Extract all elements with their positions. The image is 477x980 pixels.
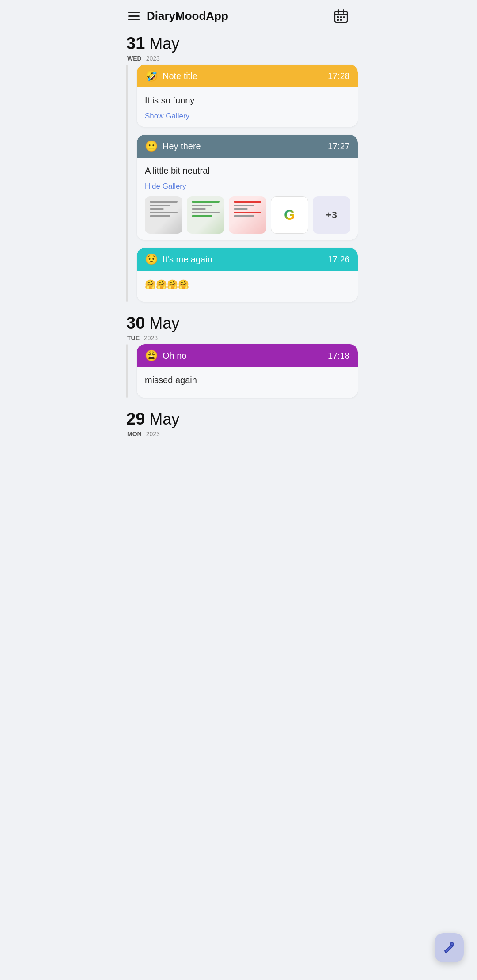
card-header-4: 😩 Oh no 17:18 xyxy=(137,344,358,367)
card-note-title[interactable]: 🤣 Note title 17:28 It is so funny Show G… xyxy=(137,65,358,127)
date-month-30: May xyxy=(149,314,179,333)
card-title-4: Oh no xyxy=(163,351,186,361)
gallery-grid-2: G +3 xyxy=(145,196,350,234)
card-body-1: It is so funny Show Gallery xyxy=(137,87,358,127)
card-time-1: 17:28 xyxy=(328,71,350,81)
card-time-2: 17:27 xyxy=(328,141,350,152)
card-body-2: A little bit neutral Hide Gallery xyxy=(137,158,358,240)
timeline-30: 😩 Oh no 17:18 missed again xyxy=(126,344,358,398)
date-month-29: May xyxy=(149,410,179,429)
card-title-1: Note title xyxy=(163,71,197,81)
hide-gallery-link-2[interactable]: Hide Gallery xyxy=(145,182,186,190)
card-header-3: 😟 It's me again 17:26 xyxy=(137,248,358,271)
gallery-thumb-2[interactable] xyxy=(187,196,224,234)
card-header-1: 🤣 Note title 17:28 xyxy=(137,65,358,87)
date-header-31: 31 May xyxy=(126,34,351,53)
app-header: DiaryMoodApp xyxy=(119,0,358,30)
card-header-left-4: 😩 Oh no xyxy=(145,350,186,361)
card-text-2: A little bit neutral xyxy=(145,166,350,176)
card-time-3: 17:26 xyxy=(328,254,350,265)
svg-rect-6 xyxy=(343,16,345,18)
gallery-thumb-google[interactable]: G xyxy=(271,196,308,234)
gallery-thumb-3[interactable] xyxy=(229,196,266,234)
date-day-30: 30 xyxy=(126,315,145,331)
svg-rect-5 xyxy=(340,16,342,18)
card-its-me-again[interactable]: 😟 It's me again 17:26 🤗🤗🤗🤗 xyxy=(137,248,358,302)
show-gallery-link-1[interactable]: Show Gallery xyxy=(145,112,189,120)
header-left: DiaryMoodApp xyxy=(128,9,228,23)
gallery-thumb-more[interactable]: +3 xyxy=(313,196,350,234)
card-body-3: 🤗🤗🤗🤗 xyxy=(137,271,358,302)
card-header-left-3: 😟 It's me again xyxy=(145,254,212,265)
date-sub-29: MON 2023 xyxy=(126,430,351,437)
date-day-31: 31 xyxy=(126,35,145,52)
card-emoji-1: 🤣 xyxy=(145,71,158,81)
date-year-29: 2023 xyxy=(146,430,160,437)
date-header-30: 30 May xyxy=(126,314,351,333)
card-title-3: It's me again xyxy=(163,254,212,265)
card-header-left-1: 🤣 Note title xyxy=(145,71,197,81)
card-emoji-2: 😐 xyxy=(145,141,158,152)
svg-rect-4 xyxy=(337,16,339,18)
menu-icon[interactable] xyxy=(128,12,140,20)
date-dow-30: TUE xyxy=(127,334,140,342)
date-sub-30: TUE 2023 xyxy=(126,334,351,342)
card-emoji-3: 😟 xyxy=(145,254,158,265)
gallery-more-count: +3 xyxy=(326,209,337,221)
card-header-left-2: 😐 Hey there xyxy=(145,141,201,152)
timeline-line xyxy=(126,65,128,302)
date-section-30: 30 May TUE 2023 xyxy=(119,310,358,344)
calendar-icon[interactable] xyxy=(333,8,349,24)
date-header-29: 29 May xyxy=(126,410,351,429)
card-body-4: missed again xyxy=(137,367,358,398)
date-dow-31: WED xyxy=(127,55,142,62)
card-text-1: It is so funny xyxy=(145,95,350,106)
app-title: DiaryMoodApp xyxy=(147,9,228,23)
date-section-31: 31 May WED 2023 xyxy=(119,30,358,65)
svg-rect-7 xyxy=(337,19,339,21)
card-header-2: 😐 Hey there 17:27 xyxy=(137,135,358,158)
card-time-4: 17:18 xyxy=(328,351,350,361)
gallery-thumb-1[interactable] xyxy=(145,196,182,234)
date-month-31: May xyxy=(149,34,179,53)
card-emoji-4: 😩 xyxy=(145,350,158,361)
card-hey-there[interactable]: 😐 Hey there 17:27 A little bit neutral H… xyxy=(137,135,358,240)
timeline-line-30 xyxy=(126,344,128,398)
date-dow-29: MON xyxy=(127,430,142,437)
card-text-3: 🤗🤗🤗🤗 xyxy=(145,279,350,289)
date-year-30: 2023 xyxy=(144,334,158,342)
card-title-2: Hey there xyxy=(163,141,201,152)
card-oh-no[interactable]: 😩 Oh no 17:18 missed again xyxy=(137,344,358,398)
date-year-31: 2023 xyxy=(146,55,160,62)
date-sub-31: WED 2023 xyxy=(126,55,351,62)
timeline-31: 🤣 Note title 17:28 It is so funny Show G… xyxy=(126,65,358,302)
date-day-29: 29 xyxy=(126,410,145,427)
google-logo: G xyxy=(284,207,295,223)
date-section-29: 29 May MON 2023 xyxy=(119,406,358,440)
card-text-4: missed again xyxy=(145,375,350,385)
svg-rect-8 xyxy=(340,19,342,21)
